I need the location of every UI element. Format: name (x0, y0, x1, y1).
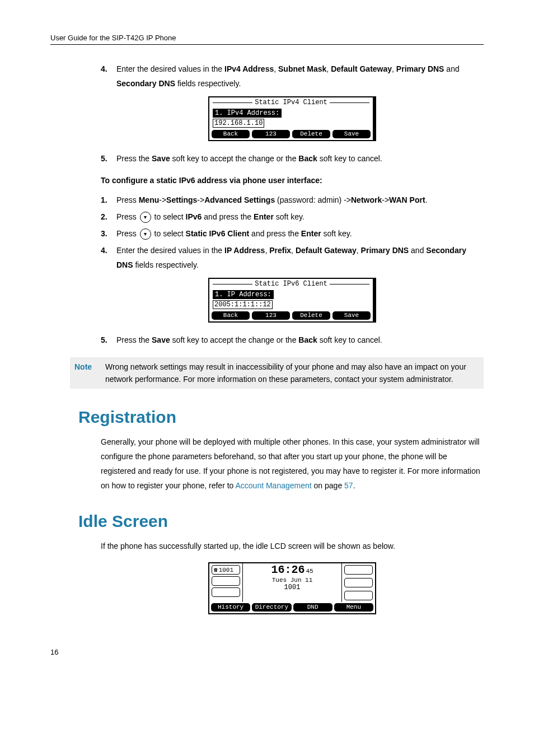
softkey-123[interactable]: 123 (252, 130, 290, 138)
step-text: Press Menu->Settings->Advanced Settings … (116, 193, 484, 207)
link-page-57[interactable]: 57 (344, 481, 353, 490)
step-number: 4. (101, 62, 116, 91)
lcd-field-label: 1. IP Address: (213, 290, 274, 299)
link-account-management[interactable]: Account Management (235, 481, 311, 490)
step-number: 5. (101, 151, 116, 166)
section-idle-screen: Idle Screen (78, 512, 484, 531)
softkey-history[interactable]: History (211, 603, 250, 612)
softkey-save[interactable]: Save (332, 311, 371, 320)
line-key-3[interactable] (212, 587, 240, 597)
idle-extension: 1001 (244, 584, 340, 591)
down-arrow-icon: ▾ (140, 228, 151, 240)
phone-icon: ☎ (214, 566, 218, 573)
step-text: Enter the desired values in the IPv4 Add… (116, 62, 484, 91)
line-key-6[interactable] (344, 591, 373, 600)
step-number: 3. (101, 226, 116, 241)
lcd-ipv6: Static IPv6 Client 1. IP Address: 2005:1… (208, 278, 376, 323)
softkey-delete[interactable]: Delete (292, 130, 330, 138)
note-label: Note (74, 361, 105, 385)
softkey-save[interactable]: Save (332, 130, 371, 138)
idle-intro: If the phone has successfully started up… (101, 539, 484, 553)
step-text: Enter the desired values in the IP Addre… (116, 243, 484, 272)
registration-paragraph: Generally, your phone will be deployed w… (101, 435, 484, 493)
softkey-menu[interactable]: Menu (334, 603, 373, 612)
down-arrow-icon: ▾ (140, 212, 151, 223)
lcd-ipv4: Static IPv4 Client 1. IPv4 Address: 192.… (208, 96, 376, 141)
softkey-back[interactable]: Back (212, 130, 250, 138)
note-text: Wrong network settings may result in ina… (105, 361, 479, 385)
section-registration: Registration (78, 408, 484, 427)
softkey-dnd[interactable]: DND (293, 603, 332, 612)
lcd-idle: ☎1001 16:2645 Tues Jun 11 1001 (208, 562, 376, 614)
procedure-heading: To configure a static IPv6 address via p… (101, 176, 484, 185)
line-key-1[interactable]: ☎1001 (212, 565, 240, 575)
step-text: Press the Save soft key to accept the ch… (116, 151, 484, 166)
page-number: 16 (50, 648, 484, 656)
line-key-2[interactable] (212, 576, 240, 586)
softkey-delete[interactable]: Delete (292, 311, 330, 320)
step-number: 4. (101, 243, 116, 272)
step-number: 2. (101, 209, 116, 224)
line-key-5[interactable] (344, 578, 373, 587)
lcd-field-value: 2005:1:1:1::12 (213, 300, 273, 309)
step-text: Press ▾ to select IPv6 and press the Ent… (116, 209, 484, 224)
lcd-title: Static IPv4 Client (252, 99, 330, 106)
softkey-back[interactable]: Back (212, 311, 250, 320)
doc-header: User Guide for the SIP-T42G IP Phone (50, 34, 484, 45)
idle-date: Tues Jun 11 (244, 577, 340, 584)
step-text: Press the Save soft key to accept the ch… (116, 333, 484, 347)
lcd-field-value: 192.168.1.10 (213, 119, 264, 128)
idle-time: 16:2645 (244, 564, 340, 577)
softkey-123[interactable]: 123 (252, 311, 290, 320)
step-number: 1. (101, 193, 116, 207)
line-key-4[interactable] (344, 565, 373, 575)
softkey-directory[interactable]: Directory (252, 603, 291, 612)
note-block: Note Wrong network settings may result i… (70, 357, 484, 389)
step-text: Press ▾ to select Static IPv6 Client and… (116, 226, 484, 241)
lcd-title: Static IPv6 Client (252, 280, 330, 288)
lcd-field-label: 1. IPv4 Address: (213, 109, 282, 118)
step-number: 5. (101, 333, 116, 347)
